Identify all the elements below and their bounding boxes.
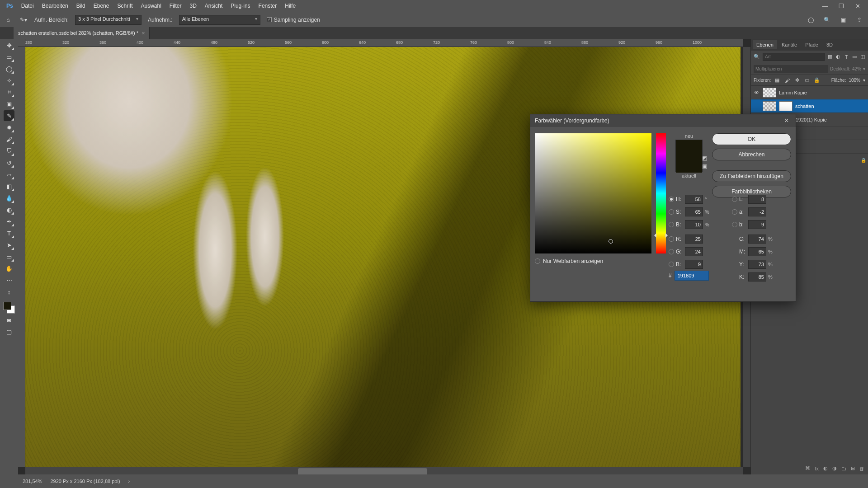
window-close-icon[interactable]: ✕ xyxy=(850,1,865,11)
sample-layers-select[interactable]: Alle Ebenen xyxy=(179,15,260,25)
blend-mode-select[interactable]: Multiplizieren xyxy=(754,65,828,73)
visibility-icon[interactable]: 👁 xyxy=(753,90,760,95)
mask-icon[interactable]: ◐ xyxy=(823,465,828,471)
tab-ebenen[interactable]: Ebenen xyxy=(753,40,777,49)
input-l[interactable] xyxy=(748,195,766,204)
fill-value[interactable]: 100% xyxy=(849,78,860,83)
window-restore-icon[interactable]: ❐ xyxy=(834,1,849,11)
saturation-value-field[interactable] xyxy=(535,133,651,253)
radio-s[interactable] xyxy=(669,209,674,215)
radio-a[interactable] xyxy=(732,209,737,215)
menu-datei[interactable]: Datei xyxy=(18,1,38,11)
layer-name[interactable]: Lamm Kopie xyxy=(779,90,866,95)
eraser-tool[interactable]: ▱ xyxy=(4,169,14,180)
filter-adjust-icon[interactable]: ◐ xyxy=(835,53,841,61)
layer-row[interactable]: 👁 Lamm Kopie xyxy=(751,86,868,99)
eyedropper-tool[interactable]: ✎ xyxy=(4,110,14,121)
dialog-titlebar[interactable]: Farbwähler (Vordergrundfarbe) × xyxy=(530,114,796,127)
brush-tool[interactable]: 🖌 xyxy=(4,134,14,145)
radio-lab-b[interactable] xyxy=(732,222,737,227)
menu-schrift[interactable]: Schrift xyxy=(113,1,136,11)
hex-input[interactable] xyxy=(675,271,709,281)
menu-hilfe[interactable]: Hilfe xyxy=(281,1,299,11)
filter-type-icon[interactable]: T xyxy=(844,53,849,61)
radio-bb[interactable] xyxy=(669,262,674,267)
menu-fenster[interactable]: Fenster xyxy=(255,1,281,11)
path-select-tool[interactable]: ➤ xyxy=(4,239,14,250)
horizontal-scrollbar[interactable] xyxy=(25,467,743,474)
frame-tool[interactable]: ▣ xyxy=(4,99,14,109)
input-lab-b[interactable] xyxy=(748,220,766,229)
dodge-tool[interactable]: ◐ xyxy=(4,204,14,215)
show-sampling-checkbox[interactable]: ✓ Sampling anzeigen xyxy=(267,17,320,23)
tab-pfade[interactable]: Pfade xyxy=(802,40,822,49)
opacity-chevron-icon[interactable]: ▾ xyxy=(863,66,865,71)
filter-smart-icon[interactable]: ◫ xyxy=(860,53,865,61)
ok-button[interactable]: OK xyxy=(712,133,791,145)
home-icon[interactable]: ⌂ xyxy=(4,15,13,24)
hand-tool[interactable]: ✋ xyxy=(4,263,14,274)
menu-filter[interactable]: Filter xyxy=(166,1,185,11)
menu-ansicht[interactable]: Ansicht xyxy=(201,1,226,11)
fx-icon[interactable]: fx xyxy=(815,466,819,471)
sample-size-select[interactable]: 3 x 3 Pixel Durchschnitt xyxy=(75,15,142,25)
input-k[interactable] xyxy=(748,272,766,282)
input-g[interactable] xyxy=(685,247,703,256)
menu-3d[interactable]: 3D xyxy=(186,1,200,11)
color-swatches[interactable] xyxy=(3,302,15,314)
new-layer-icon[interactable]: ⊞ xyxy=(851,465,855,471)
radio-g[interactable] xyxy=(669,249,674,254)
dialog-close-icon[interactable]: × xyxy=(782,117,791,125)
vertical-ruler[interactable] xyxy=(18,47,25,467)
lock-pixels-icon[interactable]: 🖌 xyxy=(783,77,791,84)
zoom-level[interactable]: 281,54% xyxy=(23,479,42,484)
window-minimize-icon[interactable]: — xyxy=(817,1,833,11)
history-brush-tool[interactable]: ↺ xyxy=(4,157,14,168)
input-y[interactable] xyxy=(748,260,766,269)
input-bv[interactable] xyxy=(685,220,703,229)
heal-tool[interactable]: ✹ xyxy=(4,122,14,133)
layer-name[interactable]: schatten xyxy=(795,103,866,109)
color-cursor[interactable] xyxy=(609,239,613,244)
doc-dimensions[interactable]: 2920 Px x 2160 Px (182,88 ppi) xyxy=(50,479,120,484)
websafe-cube-icon[interactable]: ▣ xyxy=(702,163,707,169)
input-h[interactable] xyxy=(685,195,703,204)
radio-b[interactable] xyxy=(669,222,674,227)
share-icon[interactable]: ⇪ xyxy=(854,15,864,25)
menu-bearbeiten[interactable]: Bearbeiten xyxy=(38,1,72,11)
tab-close-icon[interactable]: × xyxy=(142,30,145,36)
shape-tool[interactable]: ▭ xyxy=(4,251,14,262)
hue-slider[interactable] xyxy=(656,133,666,253)
stamp-tool[interactable]: ⛉ xyxy=(4,145,14,156)
tab-kanaele[interactable]: Kanäle xyxy=(778,40,801,49)
lasso-tool[interactable]: ◯ xyxy=(4,63,14,74)
filter-pixel-icon[interactable]: ▦ xyxy=(827,53,833,61)
filter-shape-icon[interactable]: ▭ xyxy=(852,53,857,61)
new-color-swatch[interactable] xyxy=(676,140,702,156)
menu-bild[interactable]: Bild xyxy=(73,1,89,11)
search-icon[interactable]: 🔍 xyxy=(822,15,832,25)
lock-all-icon[interactable]: 🔒 xyxy=(813,77,821,84)
tool-preset-icon[interactable]: ✎▾ xyxy=(19,15,28,24)
layer-mask-thumbnail[interactable] xyxy=(779,101,793,111)
tab-3d[interactable]: 3D xyxy=(823,40,836,49)
input-bb[interactable] xyxy=(685,260,703,269)
warning-cube-icon[interactable]: ◩ xyxy=(702,155,707,161)
gradient-tool[interactable]: ◧ xyxy=(4,181,14,192)
radio-h[interactable] xyxy=(669,197,674,202)
input-a[interactable] xyxy=(748,207,766,216)
edit-toolbar[interactable]: ↕ xyxy=(4,286,14,297)
lock-transparency-icon[interactable]: ▦ xyxy=(774,77,781,84)
horizontal-ruler[interactable]: 2803203604004404805205606006406807207608… xyxy=(25,39,743,47)
pen-tool[interactable]: ✒ xyxy=(4,216,14,227)
input-c[interactable] xyxy=(748,235,766,244)
layer-thumbnail[interactable] xyxy=(763,101,776,111)
screenmode-icon[interactable]: ▢ xyxy=(4,326,14,337)
add-swatch-button[interactable]: Zu Farbfeldern hinzufügen xyxy=(712,170,791,182)
crop-tool[interactable]: ⌗ xyxy=(4,87,14,98)
delete-icon[interactable]: 🗑 xyxy=(859,466,864,471)
move-tool[interactable]: ✥ xyxy=(4,40,14,51)
lock-nesting-icon[interactable]: ▭ xyxy=(803,77,811,84)
webonly-checkbox[interactable]: Nur Webfarben anzeigen xyxy=(535,258,603,264)
workspace-icon[interactable]: ▣ xyxy=(838,15,848,25)
